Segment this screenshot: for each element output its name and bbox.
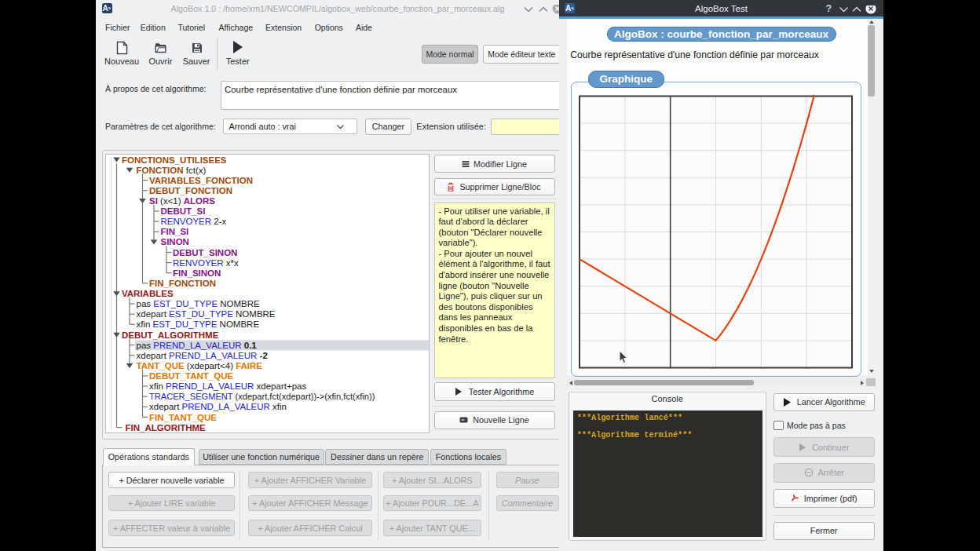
svg-text:pas PREND_LA_VALEUR 0.1: pas PREND_LA_VALEUR 0.1 — [137, 341, 258, 350]
svg-text:FIN_ALGORITHME: FIN_ALGORITHME — [126, 423, 207, 432]
svg-text:VARIABLES_FONCTION: VARIABLES_FONCTION — [149, 176, 253, 185]
svg-text:TRACER_SEGMENT (xdepart,fct(xd: TRACER_SEGMENT (xdepart,fct(xdepart))->(… — [149, 392, 375, 401]
svg-text:DEBUT_TANT_QUE: DEBUT_TANT_QUE — [149, 371, 233, 381]
svg-text:FIN_SINON: FIN_SINON — [173, 268, 221, 278]
svg-text:xdepart PREND_LA_VALEUR xfin: xdepart PREND_LA_VALEUR xfin — [149, 402, 287, 411]
svg-text:DEBUT_SINON: DEBUT_SINON — [173, 248, 237, 257]
svg-text:FIN_TANT_QUE: FIN_TANT_QUE — [149, 413, 217, 422]
svg-text:DEBUT_FONCTION: DEBUT_FONCTION — [149, 186, 232, 195]
svg-text:SINON: SINON — [161, 237, 189, 246]
svg-text:VARIABLES: VARIABLES — [122, 289, 174, 298]
svg-text:FONCTIONS_UTILISEES: FONCTIONS_UTILISEES — [122, 155, 227, 165]
svg-text:xdepart PREND_LA_VALEUR -2: xdepart PREND_LA_VALEUR -2 — [137, 351, 268, 360]
svg-text:FIN_FONCTION: FIN_FONCTION — [149, 279, 216, 288]
svg-text:TANT_QUE (xdepart<4) FAIRE: TANT_QUE (xdepart<4) FAIRE — [137, 361, 263, 370]
svg-text:SI (x<1) ALORS: SI (x<1) ALORS — [149, 196, 215, 206]
svg-text:DEBUT_SI: DEBUT_SI — [161, 206, 206, 216]
svg-text:RENVOYER 2-x: RENVOYER 2-x — [161, 217, 227, 226]
svg-text:FONCTION fct(x): FONCTION fct(x) — [137, 166, 207, 175]
svg-text:DEBUT_ALGORITHME: DEBUT_ALGORITHME — [122, 330, 219, 340]
svg-text:RENVOYER x*x: RENVOYER x*x — [173, 258, 239, 268]
svg-text:FIN_SI: FIN_SI — [161, 227, 189, 236]
svg-text:xdepart EST_DU_TYPE NOMBRE: xdepart EST_DU_TYPE NOMBRE — [137, 309, 276, 319]
svg-text:xfin EST_DU_TYPE NOMBRE: xfin EST_DU_TYPE NOMBRE — [137, 319, 260, 329]
svg-text:pas EST_DU_TYPE NOMBRE: pas EST_DU_TYPE NOMBRE — [137, 299, 261, 308]
svg-text:xfin PREND_LA_VALEUR xdepart+p: xfin PREND_LA_VALEUR xdepart+pas — [149, 381, 306, 391]
